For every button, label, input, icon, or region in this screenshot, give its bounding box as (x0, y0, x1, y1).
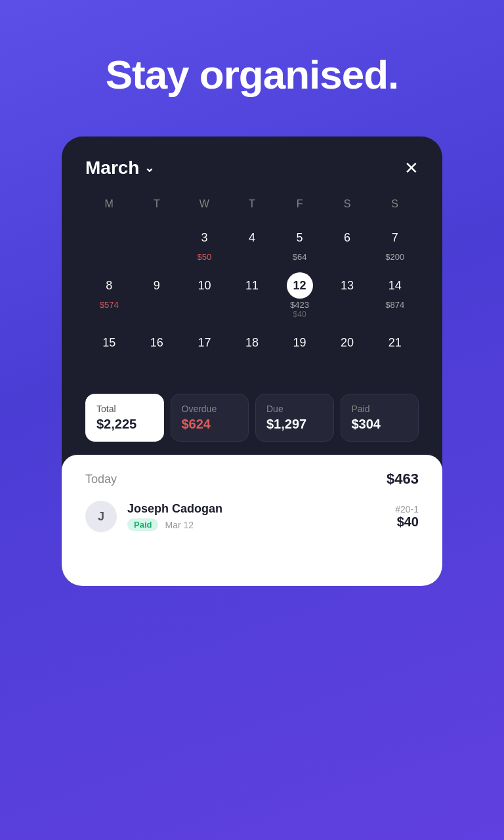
day-amount-7: $200 (385, 252, 404, 262)
day-number-11: 11 (239, 272, 265, 299)
day-cell-18[interactable]: 18 (228, 326, 276, 370)
paid-badge: Paid (127, 518, 158, 531)
total-label: Total (96, 404, 153, 414)
phone-card: March ⌄ ✕ M T W T F S S 1 2 3 $50 (62, 136, 442, 586)
invoice-date: Mar 12 (165, 520, 194, 530)
day-number-19: 19 (287, 329, 313, 356)
day-amount-12b: $40 (293, 310, 306, 319)
day-cell-15[interactable]: 15 (85, 326, 133, 370)
invoice-amount: $40 (395, 514, 419, 530)
calendar-section: March ⌄ ✕ M T W T F S S 1 2 3 $50 (62, 136, 442, 383)
weekday-wed: W (180, 194, 228, 214)
day-cell-3[interactable]: 3 $50 (180, 220, 228, 266)
day-cell-11[interactable]: 11 (228, 268, 276, 323)
day-amount-8: $574 (100, 300, 119, 310)
day-number-21: 21 (382, 329, 408, 356)
invoice-meta: Paid Mar 12 (127, 518, 385, 531)
day-amount-3: $50 (198, 252, 212, 262)
day-number-18: 18 (239, 329, 265, 356)
day-number-4: 4 (239, 224, 265, 251)
today-total-amount: $463 (387, 471, 419, 488)
today-label: Today (85, 472, 117, 486)
day-number-5: 5 (287, 224, 313, 251)
day-cell-21[interactable]: 21 (371, 326, 419, 370)
weekday-mon: M (85, 194, 133, 214)
hero-tagline: Stay organised. (106, 52, 399, 97)
day-cell-10[interactable]: 10 (180, 268, 228, 323)
day-number-10: 10 (191, 272, 217, 299)
day-cell-9[interactable]: 9 (133, 268, 181, 323)
weekday-sat: S (324, 194, 371, 214)
invoice-info: Joseph Cadogan Paid Mar 12 (127, 502, 385, 531)
day-amount-12: $423 (290, 300, 309, 310)
invoice-name: Joseph Cadogan (127, 502, 385, 516)
overdue-pill[interactable]: Overdue $624 (171, 394, 249, 442)
close-icon[interactable]: ✕ (404, 159, 419, 177)
paid-pill[interactable]: Paid $304 (341, 394, 419, 442)
day-cell-20[interactable]: 20 (324, 326, 371, 370)
day-cell-5[interactable]: 5 $64 (276, 220, 324, 266)
day-number-14: 14 (382, 272, 408, 299)
day-number-20: 20 (334, 329, 360, 356)
invoice-id: #20-1 (395, 504, 419, 514)
weekday-row: M T W T F S S (85, 194, 419, 214)
calendar-header: March ⌄ ✕ (85, 158, 419, 178)
day-cell-4[interactable]: 4 (228, 220, 276, 266)
paid-label: Paid (352, 404, 408, 414)
day-number-12: 12 (287, 272, 313, 299)
avatar-letter: J (98, 510, 104, 524)
day-cell-17[interactable]: 17 (180, 326, 228, 370)
summary-row: Total $2,225 Overdue $624 Due $1,297 Pai… (62, 383, 442, 455)
month-label: March (85, 158, 139, 178)
total-pill[interactable]: Total $2,225 (85, 394, 164, 442)
day-cell-7[interactable]: 7 $200 (371, 220, 419, 266)
day-number-15: 15 (96, 329, 122, 356)
day-cell-8[interactable]: 8 $574 (85, 268, 133, 323)
day-number-16: 16 (144, 329, 170, 356)
day-amount-14: $874 (385, 300, 404, 310)
day-cell-19[interactable]: 19 (276, 326, 324, 370)
day-number-9: 9 (144, 272, 170, 299)
day-cell-14[interactable]: 14 $874 (371, 268, 419, 323)
day-cell-12[interactable]: 12 $423 $40 (276, 268, 324, 323)
day-number-13: 13 (334, 272, 360, 299)
overdue-value: $624 (182, 417, 238, 432)
chevron-down-icon: ⌄ (144, 161, 154, 175)
day-cell-6[interactable]: 6 (324, 220, 371, 266)
paid-value: $304 (352, 417, 408, 432)
day-cell-empty1: 1 (85, 220, 133, 266)
weekday-fri: F (276, 194, 324, 214)
due-pill[interactable]: Due $1,297 (255, 394, 334, 442)
day-amount-5: $64 (293, 252, 307, 262)
day-cell-13[interactable]: 13 (324, 268, 371, 323)
days-grid: 1 2 3 $50 4 5 $64 6 7 $200 (85, 220, 419, 370)
day-number-3: 3 (191, 224, 217, 251)
day-number-17: 17 (191, 329, 217, 356)
today-section: Today $463 J Joseph Cadogan Paid Mar 12 … (62, 455, 442, 586)
overdue-label: Overdue (182, 404, 238, 414)
today-header: Today $463 (85, 471, 419, 488)
day-number-6: 6 (334, 224, 360, 251)
avatar: J (85, 501, 117, 532)
day-cell-16[interactable]: 16 (133, 326, 181, 370)
weekday-thu: T (228, 194, 276, 214)
total-value: $2,225 (96, 417, 153, 432)
invoice-right: #20-1 $40 (395, 504, 419, 530)
day-number-8: 8 (96, 272, 122, 299)
invoice-row[interactable]: J Joseph Cadogan Paid Mar 12 #20-1 $40 (85, 501, 419, 532)
due-label: Due (266, 404, 323, 414)
day-cell-empty2: 2 (133, 220, 181, 266)
due-value: $1,297 (266, 417, 323, 432)
weekday-tue: T (133, 194, 181, 214)
weekday-sun: S (371, 194, 419, 214)
month-title[interactable]: March ⌄ (85, 158, 154, 178)
day-number-7: 7 (382, 224, 408, 251)
